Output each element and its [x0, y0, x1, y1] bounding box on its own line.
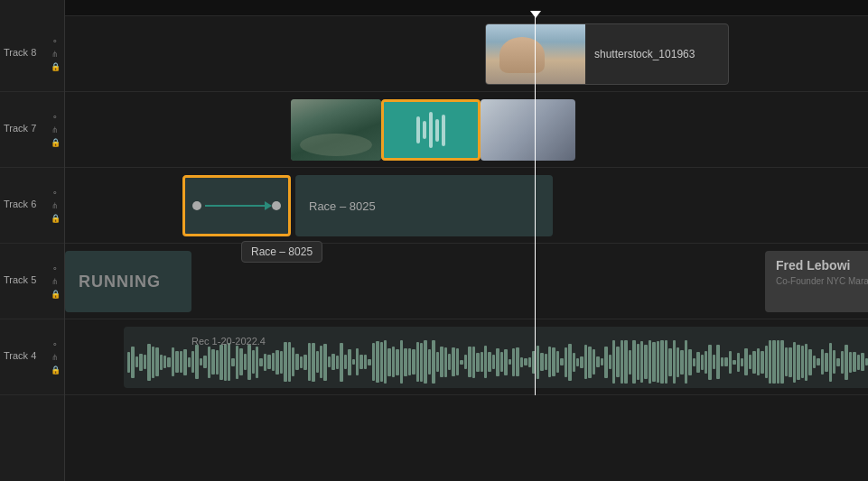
waveform-bar — [785, 347, 788, 376]
waveform-bar — [292, 347, 294, 376]
waveform-bar — [295, 354, 298, 370]
waveform-bar — [167, 357, 170, 367]
playhead[interactable] — [535, 16, 536, 395]
waveform-bar — [323, 344, 326, 381]
waveform-bar — [741, 358, 743, 366]
waveform-bar — [752, 351, 755, 374]
track8-icons: ⚬ ⋔ 🔒 — [50, 36, 61, 72]
eye-icon-track4[interactable]: ⚬ — [50, 339, 61, 350]
link-icon-track4[interactable]: ⋔ — [50, 352, 61, 363]
clip-running-feet[interactable] — [291, 99, 381, 161]
waveform-bar — [733, 360, 735, 365]
clip-running-title[interactable]: RUNNING — [65, 251, 191, 312]
waveform-bar — [195, 345, 198, 379]
bar-2 — [423, 121, 426, 139]
waveform-bar — [685, 340, 687, 384]
waveform-bar — [175, 351, 178, 373]
link-icon-track8[interactable]: ⋔ — [50, 49, 61, 60]
waveform-bar — [208, 347, 210, 378]
link-icon-track6[interactable]: ⋔ — [50, 200, 61, 211]
lock-icon-track6[interactable]: 🔒 — [50, 213, 61, 224]
waveform-bar — [387, 348, 390, 376]
motion-dot-left — [192, 201, 201, 210]
waveform-bar — [744, 348, 747, 375]
waveform-bar — [724, 357, 727, 366]
clip-race-label[interactable]: Race – 8025 — [295, 175, 553, 236]
clip-audio[interactable]: Rec 1-20-2022.4 — [124, 327, 868, 388]
lock-icon-track5[interactable]: 🔒 — [50, 289, 61, 300]
bar-3 — [429, 112, 433, 148]
waveform-bar — [376, 341, 378, 383]
waveform-bar — [200, 358, 202, 365]
waveform-bar — [219, 345, 222, 380]
track7-label: Track 7 — [4, 123, 36, 134]
waveform-bar — [456, 348, 459, 375]
eye-icon-track5[interactable]: ⚬ — [50, 264, 61, 274]
waveform-bar — [264, 354, 266, 371]
waveform-bar — [424, 340, 426, 384]
waveform-bar — [252, 350, 255, 374]
waveform-bar — [372, 343, 375, 381]
waveform-bar — [400, 340, 403, 384]
waveform-bar — [552, 347, 555, 376]
waveform-bar — [652, 342, 655, 382]
waveform-bar — [861, 353, 863, 371]
track8-label: Track 8 — [4, 47, 36, 58]
eye-icon-track7[interactable]: ⚬ — [50, 112, 61, 123]
clip-shutterstock[interactable]: shutterstock_101963 — [485, 23, 729, 85]
waveform-bar — [737, 353, 740, 372]
waveform-bar — [188, 357, 191, 367]
eye-icon-track6[interactable]: ⚬ — [50, 188, 61, 199]
main-container: ⚬ ⋔ 🔒 Track 8 ⚬ ⋔ 🔒 Track 7 ⚬ ⋔ 🔒 Track … — [0, 0, 868, 481]
waveform-bar — [601, 358, 603, 365]
track7-icons: ⚬ ⋔ 🔒 — [50, 112, 61, 148]
waveform-bar — [640, 341, 643, 383]
waveform-bar — [404, 348, 406, 376]
clip-fred-lebow[interactable]: Fred Lebowi Co-Founder NYC Marath — [765, 251, 868, 312]
waveform-bar — [677, 347, 679, 377]
waveform-bar — [520, 357, 523, 367]
clip-running-text: RUNNING — [79, 273, 161, 291]
track5-icons: ⚬ ⋔ 🔒 — [50, 264, 61, 300]
waveform-bar — [303, 355, 306, 370]
waveform-bar — [857, 355, 860, 370]
track-label-7: ⚬ ⋔ 🔒 Track 7 — [0, 92, 64, 168]
clip-runner-side[interactable] — [481, 99, 575, 161]
waveform-bar — [644, 345, 647, 379]
waveform-bar — [416, 342, 419, 382]
waveform-bar — [612, 340, 615, 384]
waveform-bar — [228, 343, 230, 381]
clip-race-motion[interactable] — [182, 175, 291, 236]
waveform-bar — [540, 353, 543, 371]
waveform-bar — [588, 347, 591, 378]
waveform-bar — [152, 347, 154, 378]
waveform-bar — [761, 351, 763, 374]
waveform-bar — [749, 355, 751, 369]
waveform-bar — [328, 356, 331, 367]
waveform-bar — [496, 348, 499, 376]
link-icon-track5[interactable]: ⋔ — [50, 276, 61, 287]
waveform-bar — [713, 355, 715, 369]
eye-icon-track8[interactable]: ⚬ — [50, 36, 61, 47]
waveform-bar — [224, 344, 227, 381]
waveform-bar — [576, 358, 579, 366]
waveform-bar — [368, 359, 370, 365]
waveform-bar — [472, 347, 475, 378]
clip-teal-selected[interactable] — [381, 99, 481, 161]
motion-arrow — [205, 205, 268, 207]
waveform-bar — [580, 356, 583, 368]
waveform-bar — [392, 347, 395, 377]
link-icon-track7[interactable]: ⋔ — [50, 125, 61, 135]
lock-icon-track8[interactable]: 🔒 — [50, 61, 61, 72]
waveform-bar — [312, 343, 314, 382]
clip-running-feet-thumbnail — [291, 99, 381, 161]
lock-icon-track7[interactable]: 🔒 — [50, 137, 61, 148]
waveform-bar — [769, 340, 771, 384]
track-label-6: ⚬ ⋔ 🔒 Track 6 — [0, 168, 64, 244]
track-label-8: ⚬ ⋔ 🔒 Track 8 — [0, 16, 64, 92]
lock-icon-track4[interactable]: 🔒 — [50, 365, 61, 375]
clip-shutterstock-label: shutterstock_101963 — [585, 48, 704, 60]
waveform-bar — [348, 349, 350, 375]
waveform-bar — [344, 355, 347, 369]
timeline-ruler — [65, 0, 868, 16]
